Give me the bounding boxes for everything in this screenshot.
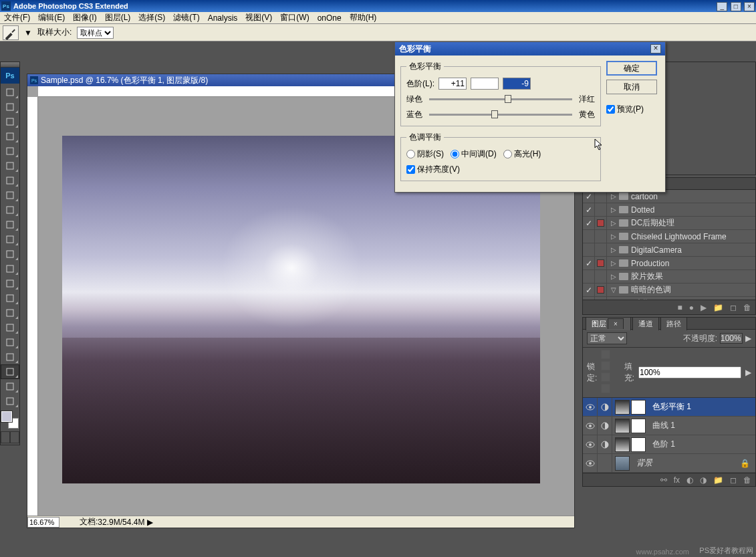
dodge-tool[interactable] [1,276,19,291]
maximize-button[interactable]: □ [731,2,741,11]
layer-row[interactable]: 色彩平衡 1 [583,398,755,417]
dialog-titlebar[interactable]: 色彩平衡 × [395,42,665,55]
color-balance-dialog[interactable]: 色彩平衡 × 色彩平衡 色阶(L): 绿色 洋红 蓝色 [394,41,666,193]
color-swatches[interactable] [1,411,19,429]
tone-radio[interactable]: 阴影(S) [406,148,444,160]
menu-item[interactable]: 窗口(W) [276,12,313,23]
level-magenta-green-input[interactable] [471,78,499,90]
visibility-icon[interactable] [583,435,598,453]
link-icon[interactable]: ⚯ [660,475,667,485]
action-row[interactable]: ▷DigitalCamera [583,243,755,257]
record-icon[interactable]: ● [689,303,694,312]
marquee-tool[interactable] [1,100,19,114]
visibility-icon[interactable] [583,398,598,416]
fg-color-swatch[interactable] [1,411,12,422]
slider-left-label: 蓝色 [406,109,426,120]
quick-mask-toggle[interactable] [1,431,19,443]
layer-row[interactable]: 色阶 1 [583,435,755,454]
ok-button[interactable]: 确定 [606,61,657,76]
menu-item[interactable]: 选择(S) [134,12,169,23]
action-row[interactable]: ✓▷Dotted [583,203,755,217]
magenta-green-slider[interactable] [429,98,572,100]
new-set-icon[interactable]: 📁 [713,303,723,312]
stamp-tool[interactable] [1,203,19,217]
tab-图层[interactable]: 图层× [586,317,631,330]
eyedrop-tool[interactable] [1,364,19,379]
tab-通道[interactable]: 通道 [632,317,659,330]
visibility-icon[interactable] [583,454,598,472]
zoom-tool[interactable] [1,394,19,409]
blend-mode-select[interactable]: 正常 [587,332,627,344]
hand-tool[interactable] [1,379,19,394]
action-row[interactable]: ▷胶片效果 [583,270,755,284]
preview-checkbox[interactable]: 预览(P) [606,104,660,115]
menu-item[interactable]: 滤镜(T) [169,12,203,23]
play-icon[interactable]: ▶ [701,303,707,312]
svg-rect-3 [7,133,13,140]
menu-item[interactable]: 图像(I) [69,12,100,23]
tone-radio[interactable]: 高光(H) [503,148,541,160]
wand-tool[interactable] [1,129,19,144]
crop-tool[interactable] [1,144,19,158]
visibility-icon[interactable] [583,417,598,435]
level-cyan-red-input[interactable] [438,78,467,90]
adjust-icon[interactable]: ◑ [700,475,707,485]
trash-icon[interactable]: 🗑 [743,475,751,485]
level-yellow-blue-input[interactable] [503,78,531,90]
window-controls: _ □ × [716,1,755,11]
layer-row[interactable]: 曲线 1 [583,417,755,435]
history-tool[interactable] [1,217,19,232]
blur-tool[interactable] [1,261,19,276]
yellow-blue-slider[interactable] [429,114,572,116]
new-action-icon[interactable]: ◻ [730,303,737,312]
action-row[interactable]: ✓▷DC后期处理 [583,217,755,230]
dialog-close-button[interactable]: × [650,44,661,53]
menu-item[interactable]: onOne [313,13,346,23]
opacity-input[interactable] [720,333,743,344]
fx-icon[interactable]: fx [674,475,680,485]
cancel-button[interactable]: 取消 [606,80,657,94]
heal-tool[interactable] [1,173,19,188]
action-row[interactable]: ✓▷Production [583,257,755,270]
sample-size-select[interactable]: 取样点 [77,27,114,39]
brush-tool[interactable] [1,188,19,203]
path-tool[interactable] [1,320,19,335]
tab-路径[interactable]: 路径 [660,317,687,330]
minimize-button[interactable]: _ [717,2,727,11]
menu-item[interactable]: 编辑(E) [34,12,69,23]
type-tool[interactable] [1,306,19,320]
zoom-input[interactable] [27,517,59,528]
menu-item[interactable]: 文件(F) [0,12,34,23]
shape-tool[interactable] [1,335,19,350]
gradient-tool[interactable] [1,247,19,261]
notes-tool[interactable] [1,350,19,364]
menu-item[interactable]: 视图(V) [241,12,276,23]
move-tool[interactable] [1,85,19,100]
ruler-vertical[interactable] [27,97,38,516]
action-row[interactable]: ✓▽暗暗的色调 [583,284,755,297]
stop-icon[interactable]: ■ [678,303,682,312]
close-button[interactable]: × [744,2,755,11]
action-row[interactable]: ▷Chiseled Lightwood Frame [583,230,755,243]
layer-row[interactable]: 背景🔒 [583,454,755,473]
preserve-luminosity-checkbox[interactable]: 保持亮度(V) [406,164,595,175]
app-icon: Ps [1,1,11,11]
mask-icon[interactable]: ◐ [686,475,693,485]
lasso-tool[interactable] [1,114,19,129]
group-icon[interactable]: 📁 [713,475,723,485]
eraser-tool[interactable] [1,232,19,247]
layers-panel: 图层×通道路径 正常 不透明度: ▶ 锁定: 填充: ▶ 色彩平衡 1曲线 1色… [582,317,756,487]
opacity-label: 不透明度: [683,333,717,344]
menu-item[interactable]: 帮助(H) [346,12,381,23]
tool-preset-icon[interactable] [3,25,19,40]
menu-item[interactable]: 图层(L) [101,12,135,23]
slice-tool[interactable] [1,158,19,173]
tone-radio[interactable]: 中间调(D) [451,148,497,160]
menu-item[interactable]: Analysis [204,13,242,23]
app-titlebar: Ps Adobe Photoshop CS3 Extended _ □ × [0,0,756,12]
trash-icon[interactable]: 🗑 [743,303,751,312]
new-layer-icon[interactable]: ◻ [730,475,737,485]
fill-input[interactable] [638,366,741,378]
lock-icons[interactable] [601,350,620,395]
pen-tool[interactable] [1,291,19,306]
